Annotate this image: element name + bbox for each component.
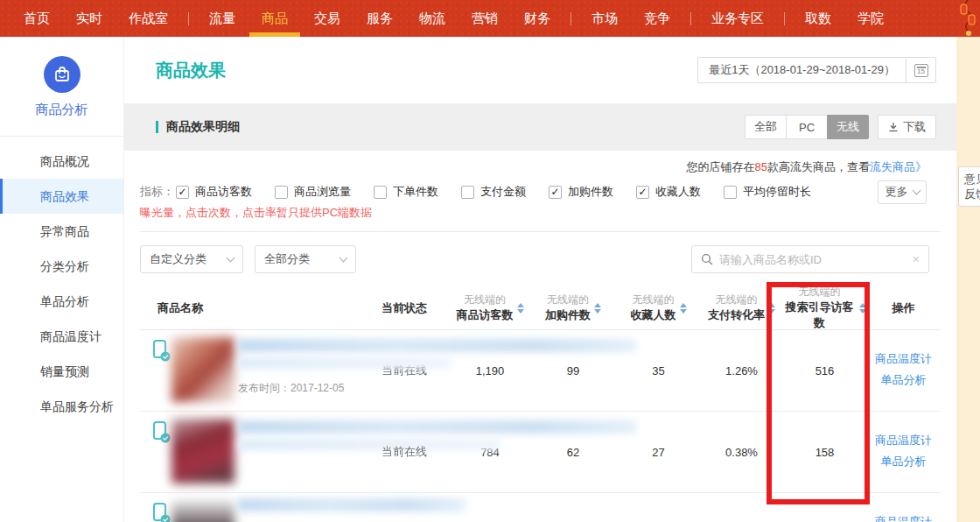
calendar-button[interactable]: 15 [906,58,935,82]
feedback-tab[interactable]: 意见 反馈 [958,166,980,207]
right-edge-strip [956,37,980,522]
nav-item-data-extract[interactable]: 取数 [792,0,844,37]
nav-item-finance[interactable]: 财务 [511,0,564,37]
metric-option-favorites[interactable]: 收藏人数 [636,184,701,200]
view-wireless-button[interactable]: 无线 [827,115,869,139]
metric-option-orders[interactable]: 下单件数 [374,184,438,200]
conversion-value: 0.38% [700,446,783,459]
sidebar-item-single-product-service[interactable]: 单品服务分析 [0,389,123,424]
nav-item-market[interactable]: 市场 [578,0,631,37]
chevron-down-icon [227,253,235,262]
view-all-button[interactable]: 全部 [745,115,787,139]
nav-item-competition[interactable]: 竞争 [631,0,683,37]
metric-prefix: 无线端的 [457,293,514,307]
nav-separator [570,12,571,25]
metric-name: 收藏人数 [631,307,676,323]
sidebar-item-product-overview[interactable]: 商品概况 [0,144,123,179]
dropdown-value: 自定义分类 [150,251,206,267]
pc-only-note: 曝光量，点击次数，点击率暂只提供PC端数据 [140,205,941,221]
checkbox-icon[interactable] [275,186,288,199]
wireless-device-icon [152,502,172,522]
metric-prefix: 无线端的 [631,293,676,307]
sidebar-item-product-effect[interactable]: 商品效果 [0,179,123,214]
conversion-value: 1.26% [700,364,783,377]
col-header-favorites: 无线端的 收藏人数 [617,293,700,323]
view-pc-button[interactable]: PC [786,115,828,139]
title-band: 商品效果 最近1天（2018-01-29~2018-01-29） 15 [124,37,956,103]
search-visitors-value: 516 [783,364,866,377]
nav-item-realtime[interactable]: 实时 [63,0,116,37]
product-search-box[interactable]: × [691,245,929,273]
sort-icon[interactable] [594,303,601,314]
metric-checkbox-row: 指标： 商品访客数 商品浏览量 下单件数 支付金额 [140,180,941,203]
product-thermometer-link[interactable]: 商品温度计 [875,351,932,367]
sidebar-section-title: 商品分析 [0,102,123,118]
product-title-blurred [238,498,466,511]
divider [140,231,941,232]
nav-item-product[interactable]: 商品 [248,0,301,37]
metric-prefix: 无线端的 [783,285,856,300]
product-image-blurred [172,500,234,522]
metric-option-cart[interactable]: 加购件数 [549,184,613,200]
sort-icon[interactable] [517,303,524,314]
sidebar-item-category-analysis[interactable]: 分类分析 [0,249,123,284]
nav-item-traffic[interactable]: 流量 [196,0,248,37]
sort-icon[interactable] [680,303,687,314]
all-category-dropdown[interactable]: 全部分类 [255,245,356,273]
nav-item-academy[interactable]: 学院 [844,0,897,37]
checkbox-icon[interactable] [549,186,562,199]
checkbox-icon[interactable] [461,186,474,199]
sidebar-item-product-thermometer[interactable]: 商品温度计 [0,319,123,354]
metric-label: 下单件数 [393,184,438,200]
sidebar-item-abnormal-products[interactable]: 异常商品 [0,214,123,249]
notice-middle: 款高流失商品，查看 [767,160,870,173]
main-panel: 商品效果 最近1天（2018-01-29~2018-01-29） 15 商品效果… [124,37,956,522]
table-row[interactable]: 商品温度计 [140,493,941,522]
nav-separator [690,12,691,25]
metric-option-payment[interactable]: 支付金额 [461,184,526,200]
cart-value: 62 [529,446,617,459]
nav-item-trade[interactable]: 交易 [301,0,354,37]
sort-icon[interactable] [768,303,775,314]
nav-item-home[interactable]: 首页 [10,0,63,37]
download-label: 下载 [903,119,926,135]
metric-option-pageviews[interactable]: 商品浏览量 [275,184,351,200]
custom-category-dropdown[interactable]: 自定义分类 [140,245,243,273]
checkbox-icon[interactable] [176,186,189,199]
page-title: 商品效果 [156,59,226,82]
checkbox-icon[interactable] [636,186,649,199]
metric-prefix: 无线端的 [708,293,765,307]
table-row[interactable]: 发布时间：2017-12-05 当前在线 1,190 99 35 1.26% 5… [140,330,941,412]
metric-option-visitors[interactable]: 商品访客数 [176,184,252,200]
date-range-picker[interactable]: 最近1天（2018-01-29~2018-01-29） 15 [697,57,936,83]
col-header-product-name: 商品名称 [140,300,376,316]
product-thermometer-link[interactable]: 商品温度计 [875,514,932,522]
clear-search-icon[interactable]: × [913,252,920,266]
sidebar-item-single-product-analysis[interactable]: 单品分析 [0,284,123,319]
section-title-wrap: 商品效果明细 [156,119,240,135]
favorites-value: 27 [617,446,700,459]
checkbox-icon[interactable] [374,186,387,199]
metric-option-stay-time[interactable]: 平均停留时长 [724,184,811,200]
churn-products-link[interactable]: 流失商品》 [870,160,927,173]
notice-prefix: 您的店铺存在 [687,160,755,173]
sidebar-item-sales-forecast[interactable]: 销量预测 [0,354,123,389]
search-input[interactable] [719,253,913,266]
product-thermometer-link[interactable]: 商品温度计 [875,433,932,448]
nav-item-service[interactable]: 服务 [354,0,406,37]
download-button[interactable]: 下载 [878,115,936,139]
nav-item-marketing[interactable]: 营销 [458,0,511,37]
nav-item-logistics[interactable]: 物流 [406,0,458,37]
single-product-analysis-link[interactable]: 单品分析 [881,372,927,388]
table-header-row: 商品名称 当前状态 无线端的 商品访客数 无线端的 加购件数 [140,286,941,330]
more-metrics-button[interactable]: 更多 [878,180,927,204]
single-product-analysis-link[interactable]: 单品分析 [881,454,927,469]
table-row[interactable]: 当前在线 784 62 27 0.38% 158 商品温度计 单品分析 [140,412,941,493]
publish-date: 发布时间：2017-12-05 [238,381,344,396]
col-header-visitors: 无线端的 商品访客数 [451,293,529,323]
sort-icon[interactable] [859,303,866,314]
nav-item-business-zone[interactable]: 业务专区 [698,0,777,37]
checkbox-icon[interactable] [724,186,737,199]
nav-item-war-room[interactable]: 作战室 [116,0,181,37]
product-cell [140,493,376,522]
